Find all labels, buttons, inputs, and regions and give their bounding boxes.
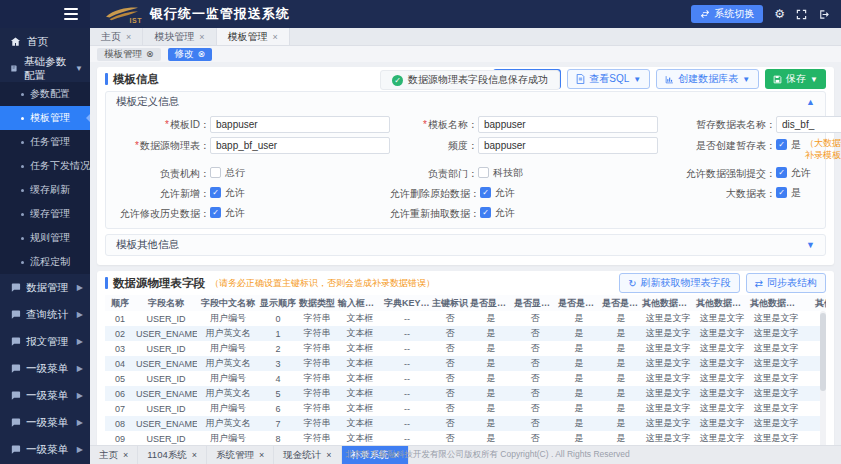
sidebar-item-6[interactable]: 一级菜单▶ [0,436,90,463]
create-db-table-button[interactable]: 创建数据库表 ▼ [656,69,759,89]
bullet-icon [21,189,24,192]
sidebar-group-basic-params[interactable]: 基础参数配置 ▼ [0,55,90,82]
bullet-icon [21,237,24,240]
sidebar-subitem-6[interactable]: 规则管理 [0,226,90,250]
force-submit-checkbox[interactable] [776,167,787,178]
sidebar-subitem-4[interactable]: 缓存刷新 [0,178,90,202]
sidebar-item-2[interactable]: 报文管理▶ [0,328,90,355]
bottom-tab-1[interactable]: 1104系统× [138,446,207,464]
field-allow-refetch: 允许重新抽取数据 允许 [390,205,658,221]
template-name-input[interactable] [478,116,658,133]
table-cell: 是 [557,386,601,401]
create-temp-warning: （大数据暂存表不创建暂存表请勿选择并手工添加补录模板所需字段） [805,137,841,161]
system-switch-button[interactable]: 系统切换 [691,5,763,23]
table-row[interactable]: 04USER_ENAME用户英文名3字符串文本框--否是否是是这里是文字这里是文… [105,356,826,371]
create-temp-checkbox[interactable] [776,139,787,150]
close-icon[interactable]: × [199,32,204,42]
sidebar-item-4[interactable]: 一级菜单▶ [0,382,90,409]
table-cell: 这里是文字 [695,341,749,356]
close-icon[interactable]: × [326,450,331,460]
field-template-id: 模板ID [114,116,390,133]
table-cell: 是 [557,356,601,371]
workspace-tab-0[interactable]: 主页× [90,28,143,45]
close-icon[interactable]: × [259,450,264,460]
sync-structure-button[interactable]: ⇄ 同步表结构 [746,273,826,293]
close-icon[interactable]: × [123,450,128,460]
table-cell: 用户编号 [197,341,259,356]
sidebar-subitem-0[interactable]: 参数配置 [0,82,90,106]
table-cell: 字符串 [297,311,337,326]
source-table-input[interactable] [210,137,390,154]
table-cell: 否 [431,356,469,371]
allow-refetch-checkbox[interactable] [480,207,491,218]
collapse-icon[interactable]: ▲ [806,97,815,107]
sidebar-subitem-1[interactable]: 模板管理 [0,106,90,130]
table-row[interactable]: 06USER_ENAME用户英文名5字符串文本框--否是否是是这里是文字这里是文… [105,386,826,401]
message-icon [10,336,21,347]
sidebar-item-3[interactable]: 一级菜单▶ [0,355,90,382]
table-row[interactable]: 01USER_ID用户编号0字符串文本框--否是否是是这里是文字这里是文字这里是… [105,311,826,326]
temp-table-name-input[interactable] [776,116,841,133]
table-cell: -- [383,311,431,326]
sidebar-subitem-2[interactable]: 任务管理 [0,130,90,154]
table-cell: USER_ENAME [135,356,197,371]
fullscreen-icon[interactable] [796,9,807,20]
scrollbar-thumb[interactable] [820,313,826,391]
view-sql-button[interactable]: 查看SQL ▼ [567,69,650,89]
bottom-tab-2[interactable]: 系统管理× [207,446,274,464]
table-cell: -- [383,341,431,356]
template-definition-header[interactable]: 模板定义信息 ▲ [106,92,825,112]
table-row[interactable]: 07USER_ID用户编号6字符串文本框--否是否是是这里是文字这里是文字这里是… [105,401,826,416]
close-icon[interactable]: × [192,450,197,460]
sidebar-item-0[interactable]: 数据管理▶ [0,274,90,301]
remove-icon[interactable]: ⊗ [198,49,206,59]
sidebar-subitem-3[interactable]: 任务下发情况 [0,154,90,178]
table-row[interactable]: 09USER_ID用户编号8字符串文本框--否是否是是这里是文字这里是文字这里是… [105,431,826,445]
vertical-scrollbar[interactable] [820,311,826,445]
field-big-data-table: 大数据表 是 [658,185,841,201]
org-checkbox[interactable] [210,167,221,178]
dept-checkbox[interactable] [478,167,489,178]
table-row[interactable]: 03USER_ID用户编号2字符串文本框--否是否是是这里是文字这里是文字这里是… [105,341,826,356]
table-row[interactable]: 08USER_ENAME用户英文名7字符串文本框--否是否是是这里是文字这里是文… [105,416,826,431]
table-cell: 这里是文字 [695,416,749,431]
template-id-input[interactable] [210,116,390,133]
breadcrumb-chip-1[interactable]: 修改⊗ [168,48,213,61]
save-button[interactable]: 保存 ▼ [765,69,826,89]
tab-label: 模块管理 [154,30,194,44]
sidebar-subitem-5[interactable]: 缓存管理 [0,202,90,226]
breadcrumb-chip-0[interactable]: 模板管理⊗ [97,48,161,61]
remove-icon[interactable]: ⊗ [146,49,154,59]
menu-toggle-icon[interactable] [64,8,78,20]
frequency-input[interactable] [478,137,658,154]
workspace-tab-1[interactable]: 模块管理× [143,28,216,45]
sidebar-item-1[interactable]: 查询统计▶ [0,301,90,328]
template-other-header[interactable]: 模板其他信息 ▼ [106,235,825,255]
table-row[interactable]: 05USER_ID用户编号4字符串文本框--否是否是是这里是文字这里是文字这里是… [105,371,826,386]
table-row[interactable]: 02USER_ENAME用户英文名1字符串文本框--否是否是是这里是文字这里是文… [105,326,826,341]
table-cell: 文本框 [337,371,383,386]
refresh-fields-button[interactable]: ↻ 刷新获取物理表字段 [619,273,739,293]
message-icon [10,363,21,374]
table-cell: 字符串 [297,416,337,431]
sidebar-subitem-7[interactable]: 流程定制 [0,250,90,274]
sidebar-item-5[interactable]: 一级菜单▶ [0,409,90,436]
allow-modify-checkbox[interactable] [210,207,221,218]
settings-gear-icon[interactable]: ⚙ [774,8,785,20]
logout-icon[interactable] [818,9,829,20]
bottom-tab-3[interactable]: 现金统计× [274,446,341,464]
table-cell: -- [383,416,431,431]
close-icon[interactable]: × [273,32,278,42]
big-data-checkbox[interactable] [776,187,787,198]
item-label: 一级菜单 [26,443,68,457]
allow-add-checkbox[interactable] [210,187,221,198]
workspace-tab-2[interactable]: 模板管理× [217,28,290,45]
main-content: 模板信息 ⚙ 表单补录 查看SQL ▼ 创建数据库表 ▼ [90,62,841,445]
save-icon [773,75,782,84]
expand-icon[interactable]: ▼ [806,240,815,250]
allow-delete-checkbox[interactable] [480,187,491,198]
sidebar-item-home[interactable]: 首页 [0,28,90,55]
close-icon[interactable]: × [126,32,131,42]
table-cell: -- [383,356,431,371]
bottom-tab-0[interactable]: 主页× [90,446,138,464]
